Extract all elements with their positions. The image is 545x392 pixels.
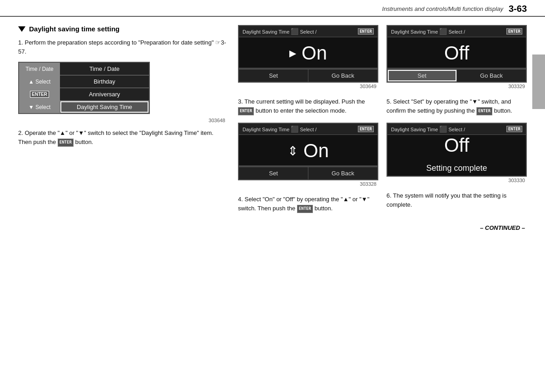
screen3-main: Off (387, 37, 526, 69)
enter-key-step2: ENTER (58, 139, 74, 147)
menu-row-2: ▲ Select Birthday (19, 75, 149, 88)
step2-text: 2. Operate the "▲" or "▼" switch to sele… (18, 129, 227, 147)
screen1-set-btn[interactable]: Set (239, 69, 308, 82)
screen2-goback-btn[interactable]: Go Back (308, 167, 377, 179)
screen1-value: On (302, 42, 327, 64)
menu-item-4: Daylight Saving Time (60, 101, 149, 113)
menu-code: 303648 (18, 117, 227, 124)
screen1-topic: Daylight Saving Time ⬛ Select / (243, 28, 356, 35)
continued-text: – CONTINUED – (386, 224, 527, 231)
screen4-enter-key: ENTER (506, 126, 522, 132)
far-column: Daylight Saving Time ⬛ Select / ENTER Of… (386, 25, 527, 231)
screen3-set-btn[interactable]: Set (387, 69, 457, 82)
screen1-play-icon: ▶ (289, 48, 296, 59)
screen2-main: ⇕ On (239, 135, 377, 167)
page-header: Instruments and controls/Multi function … (0, 0, 545, 17)
screen2-buttons: Set Go Back (239, 167, 377, 179)
screen1-goback-btn[interactable]: Go Back (308, 69, 377, 82)
sidebar-tab (532, 55, 545, 109)
menu-item-3: Anniversary (60, 88, 149, 100)
screen4: Daylight Saving Time ⬛ Select / ENTER Of… (386, 123, 527, 177)
screen1-block: Daylight Saving Time ⬛ Select / ENTER ▶ … (238, 25, 378, 90)
menu-label-4: ▼ Select (19, 101, 60, 113)
screen4-topbar: Daylight Saving Time ⬛ Select / ENTER (387, 124, 526, 135)
screen2-topbar: Daylight Saving Time ⬛ Select / ENTER (239, 124, 377, 135)
menu-row-3: ENTER Anniversary (19, 88, 149, 101)
menu-display: Time / Date Time / Date ▲ Select Birthda… (18, 62, 150, 114)
right-area: Daylight Saving Time ⬛ Select / ENTER ▶ … (238, 25, 527, 231)
screen1-topbar: Daylight Saving Time ⬛ Select / ENTER (239, 26, 377, 37)
menu-label-2: ▲ Select (19, 75, 60, 88)
screen2-block: Daylight Saving Time ⬛ Select / ENTER ⇕ … (238, 123, 378, 188)
screen4-topic: Daylight Saving Time ⬛ Select / (391, 125, 505, 133)
enter-key-step4: ENTER (297, 205, 313, 213)
step1-text: 1. Perform the preparation steps accordi… (18, 38, 227, 56)
header-page: 3-63 (509, 4, 527, 14)
screen4-main: Off Setting complete (387, 135, 526, 176)
enter-badge: ENTER (30, 91, 49, 98)
mid-column: Daylight Saving Time ⬛ Select / ENTER ▶ … (238, 25, 378, 231)
main-content: Daylight saving time setting 1. Perform … (0, 17, 545, 239)
screen3-topbar: Daylight Saving Time ⬛ Select / ENTER (387, 26, 526, 37)
screen1-code: 303649 (238, 83, 378, 90)
screen2-topic: Daylight Saving Time ⬛ Select / (243, 125, 356, 133)
screen3-buttons: Set Go Back (387, 69, 526, 82)
menu-row-4: ▼ Select Daylight Saving Time (19, 101, 149, 113)
screen2-updown-icon: ⇕ (287, 144, 298, 159)
header-title: Instruments and controls/Multi function … (382, 5, 503, 12)
left-column: Daylight saving time setting 1. Perform … (18, 25, 227, 231)
screen2-value: On (303, 140, 329, 162)
screen3: Daylight Saving Time ⬛ Select / ENTER Of… (386, 25, 527, 83)
screen4-code: 303330 (386, 177, 527, 184)
screen4-complete: Setting complete (426, 160, 487, 177)
screen2-enter-key: ENTER (358, 126, 374, 132)
screen2: Daylight Saving Time ⬛ Select / ENTER ⇕ … (238, 123, 378, 180)
section-title: Daylight saving time setting (18, 25, 227, 33)
screen2-set-btn[interactable]: Set (239, 167, 308, 179)
step3-text: 3. The current setting will be displayed… (238, 97, 378, 115)
screen1-main: ▶ On (239, 37, 377, 69)
enter-key-step3: ENTER (238, 107, 254, 115)
menu-row-1: Time / Date Time / Date (19, 63, 149, 75)
screen4-block: Daylight Saving Time ⬛ Select / ENTER Of… (386, 123, 527, 184)
screen1-buttons: Set Go Back (239, 69, 377, 82)
screen3-topic: Daylight Saving Time ⬛ Select / (391, 28, 505, 35)
screen3-block: Daylight Saving Time ⬛ Select / ENTER Of… (386, 25, 527, 90)
menu-item-2: Birthday (60, 75, 149, 88)
screen3-value: Off (444, 42, 469, 64)
section-title-text: Daylight saving time setting (29, 25, 119, 33)
screen3-enter-key: ENTER (506, 28, 522, 35)
screen1: Daylight Saving Time ⬛ Select / ENTER ▶ … (238, 25, 378, 83)
step5-text: 5. Select "Set" by operating the "▼" swi… (386, 97, 527, 115)
step4-text: 4. Select "On" or "Off" by operating the… (238, 195, 378, 213)
screen1-enter-key: ENTER (358, 28, 374, 35)
triangle-icon (18, 26, 25, 32)
menu-label-enter: ENTER (19, 88, 60, 100)
menu-label-1: Time / Date (19, 63, 60, 75)
screen2-code: 303328 (238, 180, 378, 188)
step6-text: 6. The system will notify you that the s… (386, 191, 527, 209)
enter-key-step5: ENTER (476, 107, 492, 115)
screen3-goback-btn[interactable]: Go Back (457, 69, 526, 82)
screen4-value: Off (444, 134, 469, 156)
menu-item-1: Time / Date (60, 63, 149, 75)
screen3-code: 303329 (386, 83, 527, 90)
